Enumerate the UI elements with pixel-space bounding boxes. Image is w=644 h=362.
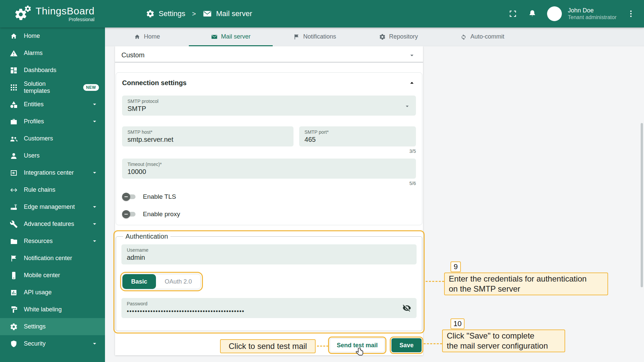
settings-tabbar: Home Mail server Notifications Repositor… xyxy=(105,27,644,46)
sidebar-item-resources[interactable]: Resources xyxy=(0,233,105,250)
smtp-port-input[interactable]: SMTP port* 465 xyxy=(299,126,416,146)
connection-settings-title: Connection settings xyxy=(122,79,186,87)
smtp-host-label: SMTP host* xyxy=(127,129,288,135)
repository-gear-icon xyxy=(379,34,386,40)
breadcrumb-page: Mail server xyxy=(216,9,252,18)
enable-tls-label: Enable TLS xyxy=(143,193,176,200)
annotation-send-test-hint: Click to send test mail xyxy=(220,339,316,353)
username-value: admin xyxy=(127,253,411,262)
mouse-cursor-pointer-icon xyxy=(355,347,365,357)
annotation-connector-line xyxy=(424,343,442,344)
timeout-value: 10000 xyxy=(127,167,411,176)
timeout-counter: 5/6 xyxy=(122,181,416,187)
flag-tab-icon xyxy=(293,34,300,40)
sidebar-item-security[interactable]: Security xyxy=(0,335,105,352)
tab-label: Mail server xyxy=(221,33,251,40)
people-icon xyxy=(10,135,18,143)
vertical-scrollbar-thumb[interactable] xyxy=(641,123,643,287)
thingsboard-logo-icon xyxy=(14,5,32,22)
authentication-title: Authentication xyxy=(123,233,170,240)
sidebar-item-api-usage[interactable]: API usage xyxy=(0,284,105,301)
chevron-down-icon xyxy=(91,237,99,245)
chevron-down-icon xyxy=(91,203,99,211)
sidebar-item-label: Mobile center xyxy=(24,272,60,279)
annotation-step-10-text: Click "Save" to complete the mail server… xyxy=(442,329,565,352)
annotation-step-9-text: Enter the credentials for authentication… xyxy=(444,273,608,295)
avatar[interactable] xyxy=(547,6,562,21)
chevron-down-icon xyxy=(91,118,99,126)
smtp-port-counter: 3/5 xyxy=(122,148,416,155)
app-edition: Professional xyxy=(69,17,95,22)
paint-icon xyxy=(10,306,18,314)
annotation-connector-line xyxy=(426,281,444,282)
auth-method-oauth[interactable]: OAuth 2.0 xyxy=(156,274,201,289)
username-input[interactable]: Username admin xyxy=(121,244,417,264)
fullscreen-icon[interactable] xyxy=(508,9,518,18)
sidebar-item-home[interactable]: Home xyxy=(0,27,105,45)
sidebar-item-label: API usage xyxy=(24,289,52,296)
input-icon xyxy=(10,169,18,177)
sidebar-item-dashboards[interactable]: Dashboards xyxy=(0,62,105,79)
tab-home[interactable]: Home xyxy=(105,27,189,46)
sidebar-item-solution-templates[interactable]: Solution templates NEW xyxy=(0,79,105,96)
sidebar-item-customers[interactable]: Customers xyxy=(0,130,105,147)
sidebar-item-edge-management[interactable]: Edge management xyxy=(0,198,105,216)
mail-icon xyxy=(203,9,212,18)
home-tab-icon xyxy=(134,34,141,40)
sidebar-item-notification-center[interactable]: Notification center xyxy=(0,250,105,267)
tab-notifications[interactable]: Notifications xyxy=(273,27,357,46)
sidebar-item-label: Settings xyxy=(24,323,46,330)
sidebar-item-entities[interactable]: Entities xyxy=(0,96,105,113)
sidebar-item-label: Integrations center xyxy=(24,169,74,176)
sidebar-item-mobile-center[interactable]: Mobile center xyxy=(0,267,105,284)
smtp-protocol-select[interactable]: SMTP protocol SMTP xyxy=(122,96,416,116)
sidebar-item-profiles[interactable]: Profiles xyxy=(0,113,105,130)
sidebar-item-advanced-features[interactable]: Advanced features xyxy=(0,216,105,233)
chevron-down-icon xyxy=(91,220,99,228)
new-badge: NEW xyxy=(83,84,99,91)
tab-label: Notifications xyxy=(303,33,336,40)
sidebar-item-rule-chains[interactable]: Rule chains xyxy=(0,181,105,198)
kebab-menu-icon[interactable] xyxy=(627,9,635,18)
breadcrumb-section[interactable]: Settings xyxy=(159,9,185,18)
smtp-host-input[interactable]: SMTP host* smtp.server.net xyxy=(122,126,293,146)
sidebar-item-settings[interactable]: Settings xyxy=(0,318,105,335)
auth-method-basic[interactable]: Basic xyxy=(122,274,156,289)
visibility-off-icon[interactable] xyxy=(402,304,411,312)
sidebar-item-label: Security xyxy=(24,340,46,347)
auth-method-toggle-group: Basic OAuth 2.0 xyxy=(122,274,201,289)
mail-provider-select[interactable]: Custom xyxy=(115,46,423,62)
username-label: Username xyxy=(127,247,411,253)
phone-icon xyxy=(10,272,18,280)
tab-mail-server[interactable]: Mail server xyxy=(189,27,273,46)
flag-icon xyxy=(10,254,18,262)
enable-tls-toggle[interactable] xyxy=(122,194,137,200)
person-icon xyxy=(10,152,18,160)
home-icon xyxy=(10,32,18,40)
annotation-line: Click "Save" to complete xyxy=(447,331,560,341)
sidebar-item-label: Customers xyxy=(24,135,53,142)
sidebar-item-alarms[interactable]: Alarms xyxy=(0,45,105,62)
annotation-connector-line xyxy=(317,346,328,347)
timeout-input[interactable]: Timeout (msec)* 10000 xyxy=(122,159,416,179)
tab-label: Repository xyxy=(389,33,418,40)
password-input[interactable]: Password •••••••••••••••••••••••••••••••… xyxy=(121,298,417,318)
sidebar-item-integrations-center[interactable]: Integrations center xyxy=(0,164,105,181)
sidebar-item-white-labeling[interactable]: White labeling xyxy=(0,301,105,318)
smtp-port-value: 465 xyxy=(305,135,411,144)
annotation-line: the mail server configuration xyxy=(447,341,560,351)
tab-auto-commit[interactable]: Auto-commit xyxy=(440,27,524,46)
collapse-section-icon[interactable] xyxy=(408,79,416,87)
enable-proxy-toggle[interactable] xyxy=(122,211,137,217)
sidebar-item-label: Edge management xyxy=(24,203,75,210)
save-button[interactable]: Save xyxy=(391,338,422,352)
app-logo: ThingsBoard Professional xyxy=(0,5,105,22)
shield-icon xyxy=(10,340,18,348)
sidebar-item-label: Advanced features xyxy=(24,221,74,228)
sidebar-item-users[interactable]: Users xyxy=(0,147,105,164)
annotation-line: on the SMTP server xyxy=(449,284,603,294)
chevron-down-icon xyxy=(404,103,411,110)
settings-ethernet-icon xyxy=(10,186,18,194)
tab-repository[interactable]: Repository xyxy=(357,27,440,46)
notifications-bell-icon[interactable] xyxy=(528,9,537,18)
